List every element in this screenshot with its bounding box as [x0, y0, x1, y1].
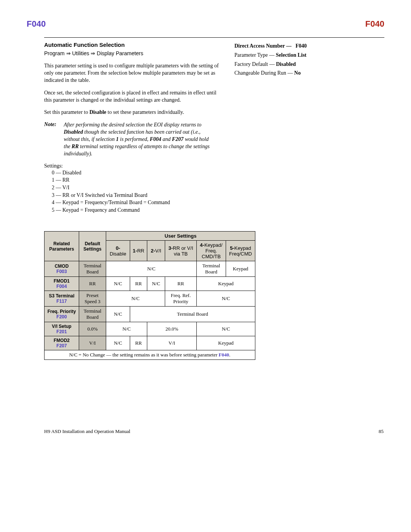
r0-link[interactable]: F003 [56, 269, 67, 274]
p3-bold: Disable [89, 109, 106, 115]
ptype-label: Parameter Type — [234, 52, 276, 58]
r1-name: FMOD1 [54, 278, 70, 284]
footnote-link[interactable]: F040 [219, 352, 229, 358]
r0-c0: N/C [106, 261, 197, 277]
r4-c4: N/C [197, 322, 255, 336]
c2t: V/I [155, 248, 161, 254]
p3-pre: Set this parameter to [44, 109, 89, 115]
paragraph-1: This parameter setting is used to config… [44, 62, 223, 84]
r3-link[interactable]: F200 [56, 314, 67, 320]
r2-link[interactable]: F117 [56, 299, 67, 304]
page-footer: H9 ASD Installation and Operation Manual… [27, 428, 384, 435]
r2-c0: N/C [106, 291, 165, 307]
setting-0: 0 — Disabled [52, 169, 223, 177]
r0-c4: Terminal Board [197, 261, 226, 277]
direct-access-row: Direct Access Number — F040 [234, 42, 337, 51]
ptype-value: Selection List [276, 52, 307, 58]
r3-default: Terminal Board [79, 307, 106, 322]
r5-link[interactable]: F207 [56, 343, 67, 348]
c3t: RR or V/I via TB [173, 245, 193, 257]
c1b: 1- [133, 248, 137, 254]
nt4: and [161, 136, 172, 142]
c4b: 4- [200, 242, 204, 248]
th-c1: 1-RR [130, 241, 147, 261]
c4t: Keypad/ Freq. CMD/TB [202, 242, 223, 259]
r4-c2: 20.0% [147, 322, 197, 336]
table-row: V/I SetupF201 0.0% N/C 20.0% N/C [45, 322, 255, 336]
setting-5: 5 — Keypad = Frequency and Command [52, 206, 223, 214]
param-type-row: Parameter Type — Selection List [234, 51, 337, 60]
table-row: S3 TerminalF117 Preset Speed 3 N/C Freq.… [45, 291, 255, 307]
header-code-right: F040 [365, 19, 384, 29]
note-label: Note: [44, 121, 62, 128]
r3-c0: N/C [106, 307, 130, 322]
r5-default: V/I [79, 336, 106, 350]
r0-name: CMOD [55, 264, 69, 269]
r1-c4: Keypad [197, 277, 255, 291]
change-label: Changeable During Run — [234, 70, 294, 76]
r1-c1: RR [130, 277, 147, 291]
nb1: Disabled [64, 129, 83, 135]
th-user-settings: User Settings [106, 232, 255, 241]
setting-4: 4 — Keypad = Frequency/Terminal Board = … [52, 199, 223, 206]
changeable-row: Changeable During Run — No [234, 69, 337, 78]
default-label: Factory Default — [234, 61, 276, 67]
nb3: F004 [150, 136, 161, 142]
paragraph-2: Once set, the selected configuration is … [44, 89, 223, 104]
r1-link[interactable]: F004 [56, 284, 67, 289]
nb2: 1 [116, 136, 119, 142]
table-footnote-row: N/C = No Change — the setting remains as… [45, 350, 255, 360]
table-row: FMOD2F207 V/I N/C RR V/I Keypad [45, 336, 255, 350]
header-rule [44, 37, 384, 38]
settings-list: 0 — Disabled 1 — RR 2 — V/I 3 — RR or V/… [52, 169, 223, 214]
setting-3: 3 — RR or V/I Switched via Terminal Boar… [52, 192, 223, 199]
r4-default: 0.0% [79, 322, 106, 336]
table-row: FMOD1F004 RR N/C RR N/C RR Keypad [45, 277, 255, 291]
side-column: Direct Access Number — F040 Parameter Ty… [234, 42, 337, 78]
note-block: Note: After performing the desired selec… [44, 121, 223, 157]
th-c0: 0-Disable [106, 241, 130, 261]
th-c2: 2-V/I [147, 241, 165, 261]
r1-c2: N/C [147, 277, 165, 291]
r1-default: RR [79, 277, 106, 291]
c5b: 5- [230, 245, 234, 251]
r5-name: FMOD2 [54, 338, 70, 343]
th-c5: 5-Keypad Freq/CMD [226, 241, 255, 261]
r2-default: Preset Speed 3 [79, 291, 106, 307]
r5-c0: N/C [106, 336, 130, 350]
dan-value: F040 [295, 43, 307, 49]
r3-c1: Terminal Board [130, 307, 255, 322]
parameter-table: Related Parameters Default Settings User… [44, 231, 255, 360]
r4-link[interactable]: F201 [56, 329, 67, 334]
header-code-left: F040 [27, 19, 46, 29]
th-c4: 4-Keypad/ Freq. CMD/TB [197, 241, 226, 261]
factory-default-row: Factory Default — Disabled [234, 60, 337, 69]
r1-c0: N/C [106, 277, 130, 291]
c0t: Disable [110, 251, 126, 257]
r4-c0: N/C [106, 322, 147, 336]
section-title: Automatic Function Selection [44, 42, 223, 48]
setting-1: 1 — RR [52, 176, 223, 184]
r2-c3: Freq. Ref. Priority [165, 291, 197, 307]
page-number: 85 [379, 428, 384, 435]
r3-name: Freq. Priority [48, 309, 76, 314]
paragraph-3: Set this parameter to Disable to set the… [44, 109, 223, 116]
dan-label: Direct Access Number — [234, 43, 292, 49]
r5-c4: Keypad [197, 336, 255, 350]
table-row: CMODF003 Terminal Board N/C Terminal Boa… [45, 261, 255, 277]
table-row: Freq. PriorityF200 Terminal Board N/C Te… [45, 307, 255, 322]
th-related: Related Parameters [45, 232, 79, 261]
r5-c2: V/I [147, 336, 197, 350]
nt1: After performing the desired selection t… [64, 122, 202, 128]
change-value: No [294, 70, 301, 76]
r1-c3: RR [165, 277, 197, 291]
c2b: 2- [151, 248, 155, 254]
nb4: F207 [172, 136, 183, 142]
nb5: RR [72, 144, 79, 149]
setting-2: 2 — V/I [52, 184, 223, 192]
breadcrumb: Program ⇒ Utilities ⇒ Display Parameters [44, 50, 223, 56]
th-c3: 3-RR or V/I via TB [165, 241, 197, 261]
c0b: 0- [116, 245, 120, 251]
footer-title: H9 ASD Installation and Operation Manual [44, 428, 130, 435]
note-text: After performing the desired selection t… [64, 121, 216, 157]
